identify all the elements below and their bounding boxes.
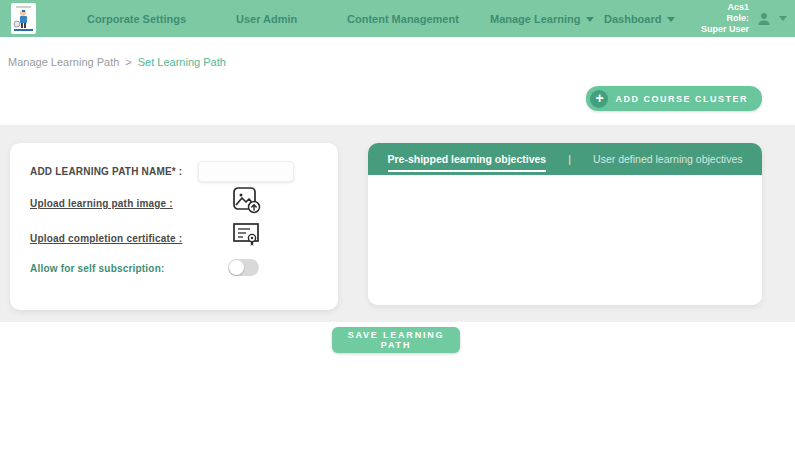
plus-circle-icon: + bbox=[590, 90, 608, 108]
chevron-down-icon bbox=[586, 17, 594, 22]
user-role-label: Role: bbox=[701, 13, 749, 24]
name-label: ADD LEARNING PATH NAME* : bbox=[30, 166, 182, 177]
nav-item-label: Content Management bbox=[347, 13, 459, 25]
add-course-cluster-button[interactable]: + ADD COURSE CLUSTER bbox=[586, 86, 762, 111]
tab-user-defined-objectives[interactable]: User defined learning objectives bbox=[593, 147, 742, 172]
user-name: Acs1 bbox=[701, 2, 749, 13]
breadcrumb: Manage Learning Path > Set Learning Path bbox=[8, 56, 226, 68]
logo-illustration bbox=[13, 5, 34, 32]
nav-content-management[interactable]: Content Management bbox=[347, 0, 459, 37]
upload-certificate-button[interactable] bbox=[232, 221, 262, 253]
nav-corporate-settings[interactable]: Corporate Settings bbox=[87, 0, 186, 37]
self-subscription-toggle[interactable] bbox=[228, 259, 259, 276]
nav-item-label: Manage Learning bbox=[490, 13, 580, 25]
upload-image-label[interactable]: Upload learning path image : bbox=[30, 198, 173, 209]
user-info: Acs1 Role: Super User bbox=[701, 2, 749, 35]
save-learning-path-button[interactable]: SAVE LEARNING PATH bbox=[332, 327, 460, 353]
tab-preshipped-objectives[interactable]: Pre-shipped learning objectives bbox=[388, 147, 547, 172]
top-nav: Corporate Settings User Admin Content Ma… bbox=[0, 0, 795, 37]
breadcrumb-parent[interactable]: Manage Learning Path bbox=[8, 56, 119, 68]
objectives-list-area bbox=[368, 175, 762, 305]
nav-item-label: Corporate Settings bbox=[87, 13, 186, 25]
breadcrumb-current: Set Learning Path bbox=[138, 56, 226, 68]
user-role-value: Super User bbox=[701, 24, 749, 35]
learning-path-form-card: ADD LEARNING PATH NAME* : Upload learnin… bbox=[10, 143, 338, 310]
nav-item-label: Dashboard bbox=[604, 13, 661, 25]
chevron-down-icon bbox=[667, 17, 675, 22]
person-icon[interactable] bbox=[756, 11, 772, 27]
user-chevron-down-icon[interactable] bbox=[779, 16, 787, 21]
nav-user-admin[interactable]: User Admin bbox=[236, 0, 297, 37]
nav-item-label: User Admin bbox=[236, 13, 297, 25]
tab-separator: | bbox=[568, 153, 571, 165]
upload-certificate-label[interactable]: Upload completion certificate : bbox=[30, 233, 182, 244]
user-menu[interactable]: Acs1 Role: Super User bbox=[701, 0, 787, 37]
nav-manage-learning[interactable]: Manage Learning bbox=[490, 0, 594, 37]
nav-dashboard[interactable]: Dashboard bbox=[604, 0, 675, 37]
certificate-icon bbox=[232, 221, 262, 249]
learning-objectives-panel: Pre-shipped learning objectives | User d… bbox=[368, 143, 762, 305]
toggle-knob bbox=[229, 260, 244, 275]
add-course-cluster-label: ADD COURSE CLUSTER bbox=[615, 94, 748, 104]
objectives-tab-bar: Pre-shipped learning objectives | User d… bbox=[368, 143, 762, 175]
image-upload-icon bbox=[232, 185, 262, 215]
upload-image-button[interactable] bbox=[232, 185, 262, 219]
self-subscription-label: Allow for self subscription: bbox=[30, 263, 165, 274]
app-logo[interactable] bbox=[11, 3, 36, 34]
learning-path-name-input[interactable] bbox=[198, 161, 294, 182]
set-learning-path-page: Corporate Settings User Admin Content Ma… bbox=[0, 0, 795, 450]
breadcrumb-separator: > bbox=[125, 56, 131, 68]
